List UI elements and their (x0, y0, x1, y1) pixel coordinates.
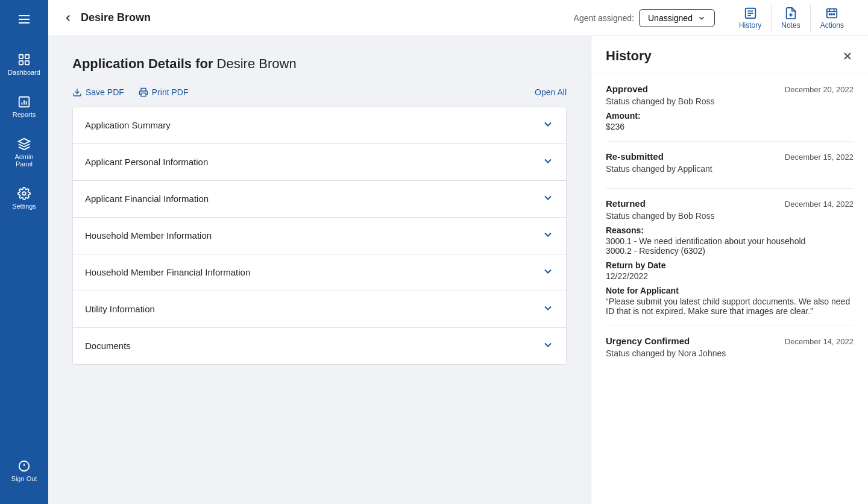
accordion-header-household-member-financial-info[interactable]: Household Member Financial Information (73, 254, 566, 291)
svg-rect-6 (25, 61, 29, 65)
history-status: Returned (606, 198, 646, 209)
history-field-label: Return by Date (606, 260, 854, 270)
history-entry-header: Re-submitted December 15, 2022 (606, 151, 854, 162)
history-status: Approved (606, 84, 648, 94)
left-panel: Application Details for Desire Brown Sav… (48, 36, 591, 504)
history-date: December 14, 2022 (785, 200, 854, 209)
history-title: History (606, 48, 652, 64)
menu-icon[interactable] (12, 7, 36, 34)
page-title-name: Desire Brown (217, 56, 297, 71)
accordion-item-household-member-info: Household Member Information (73, 218, 566, 254)
actions-label: Actions (820, 21, 844, 30)
accordion-item-application-summary: Application Summary (73, 107, 566, 144)
history-field-value: $236 (606, 122, 854, 131)
history-field-label: Reasons: (606, 225, 854, 235)
history-field-label: Note for Applicant (606, 286, 854, 295)
back-button[interactable]: Desire Brown (63, 11, 151, 24)
accordion: Application Summary Applicant Personal I… (72, 107, 567, 365)
history-entry-header: Returned December 14, 2022 (606, 198, 854, 209)
history-field-value: 3000.1 - We need identification about yo… (606, 236, 854, 256)
accordion-label-household-member-info: Household Member Information (85, 230, 212, 241)
history-field-value: 12/22/2022 (606, 271, 854, 281)
accordion-header-utility-info[interactable]: Utility Information (73, 291, 566, 327)
history-changed-by: Status changed by Bob Ross (606, 211, 854, 221)
chevron-icon-utility-info (542, 302, 554, 317)
svg-point-27 (834, 13, 835, 14)
pdf-actions: Save PDF Print PDF Open All (72, 87, 567, 97)
save-pdf-label: Save PDF (86, 87, 124, 97)
accordion-item-applicant-personal-info: Applicant Personal Information (73, 144, 566, 181)
sidebar-item-settings[interactable]: Settings (3, 182, 45, 215)
sidebar: Dashboard Reports Admin Panel Settings (0, 0, 48, 504)
accordion-label-documents: Documents (85, 341, 131, 351)
history-body: Approved December 20, 2022 Status change… (591, 74, 868, 504)
actions-button[interactable]: Actions (810, 4, 854, 32)
agent-assigned-label: Agent assigned: (574, 13, 634, 23)
history-date: December 15, 2022 (785, 153, 854, 162)
sidebar-signout-label: Sign Out (11, 475, 37, 482)
chevron-icon-applicant-personal-info (542, 155, 554, 169)
accordion-header-application-summary[interactable]: Application Summary (73, 107, 566, 143)
notes-button[interactable]: Notes (771, 4, 810, 32)
accordion-item-documents: Documents (73, 328, 566, 364)
chevron-icon-application-summary (542, 118, 554, 133)
print-pdf-label: Print PDF (152, 87, 189, 97)
history-header: History (591, 36, 868, 74)
chevron-icon-documents (542, 339, 554, 353)
history-status: Re-submitted (606, 151, 664, 162)
page-title: Application Details for Desire Brown (72, 55, 567, 73)
sidebar-item-signout[interactable]: Sign Out (3, 455, 45, 487)
svg-rect-29 (141, 93, 146, 96)
history-entry-re-submitted: Re-submitted December 15, 2022 Status ch… (606, 142, 854, 189)
accordion-item-household-member-financial-info: Household Member Financial Information (73, 254, 566, 291)
accordion-header-applicant-personal-info[interactable]: Applicant Personal Information (73, 144, 566, 180)
history-date: December 14, 2022 (785, 337, 854, 346)
accordion-label-applicant-personal-info: Applicant Personal Information (85, 157, 208, 167)
svg-rect-3 (19, 55, 23, 58)
history-changed-by: Status changed by Nora Johnes (606, 348, 854, 358)
history-panel: History Approved December 20, 2022 Statu… (591, 36, 868, 504)
sidebar-item-settings-label: Settings (12, 203, 36, 210)
notes-label: Notes (781, 21, 800, 30)
sidebar-item-reports[interactable]: Reports (3, 90, 45, 123)
agent-value: Unassigned (648, 13, 693, 23)
accordion-label-application-summary: Application Summary (85, 120, 171, 130)
sidebar-item-admin-label: Admin Panel (5, 153, 43, 168)
accordion-label-household-member-financial-info: Household Member Financial Information (85, 267, 250, 277)
actions-icon (825, 7, 838, 20)
accordion-header-documents[interactable]: Documents (73, 328, 566, 364)
history-field-label: Amount: (606, 111, 854, 121)
topbar-applicant-name: Desire Brown (81, 11, 151, 24)
page-title-prefix: Application Details for (72, 56, 217, 71)
history-entry-approved: Approved December 20, 2022 Status change… (606, 74, 854, 142)
open-all-button[interactable]: Open All (535, 87, 567, 97)
history-close-button[interactable] (841, 50, 854, 62)
history-button[interactable]: History (729, 4, 771, 32)
save-pdf-icon (72, 87, 82, 97)
history-icon (744, 7, 757, 20)
print-pdf-button[interactable]: Print PDF (139, 87, 189, 97)
accordion-header-applicant-financial-info[interactable]: Applicant Financial Information (73, 181, 566, 217)
accordion-item-applicant-financial-info: Applicant Financial Information (73, 181, 566, 218)
svg-point-26 (831, 13, 832, 14)
save-pdf-button[interactable]: Save PDF (72, 87, 124, 97)
sidebar-item-admin[interactable]: Admin Panel (3, 133, 45, 172)
history-date: December 20, 2022 (785, 85, 854, 94)
history-entry-header: Urgency Confirmed December 14, 2022 (606, 336, 854, 346)
sidebar-item-dashboard[interactable]: Dashboard (3, 48, 45, 81)
dropdown-chevron-icon (697, 14, 706, 22)
topbar: Desire Brown Agent assigned: Unassigned … (48, 0, 868, 36)
history-changed-by: Status changed by Applicant (606, 164, 854, 174)
history-entry-returned: Returned December 14, 2022 Status change… (606, 189, 854, 326)
agent-dropdown[interactable]: Unassigned (639, 9, 715, 27)
history-label: History (739, 21, 761, 30)
topbar-actions: History Notes (729, 4, 854, 32)
history-status: Urgency Confirmed (606, 336, 690, 346)
svg-point-11 (22, 192, 26, 195)
history-changed-by: Status changed by Bob Ross (606, 96, 854, 106)
accordion-header-household-member-info[interactable]: Household Member Information (73, 218, 566, 254)
open-all-label: Open All (535, 87, 567, 97)
history-field-value: “Please submit you latest child support … (606, 297, 854, 316)
main-wrapper: Desire Brown Agent assigned: Unassigned … (48, 0, 868, 504)
sidebar-item-dashboard-label: Dashboard (8, 69, 40, 76)
